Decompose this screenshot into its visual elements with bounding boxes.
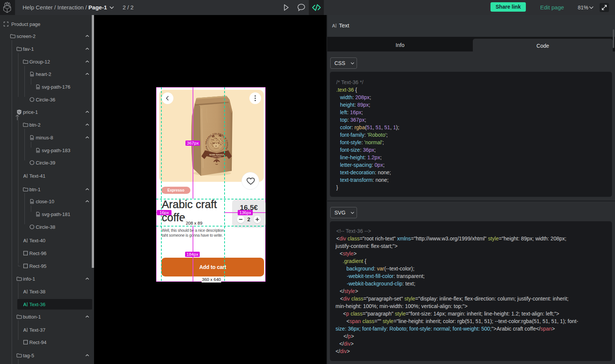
svg-text:NABI NAHUI: NABI NAHUI — [210, 153, 224, 156]
svg-text:COFFEE BEANS: COFFEE BEANS — [212, 156, 222, 158]
